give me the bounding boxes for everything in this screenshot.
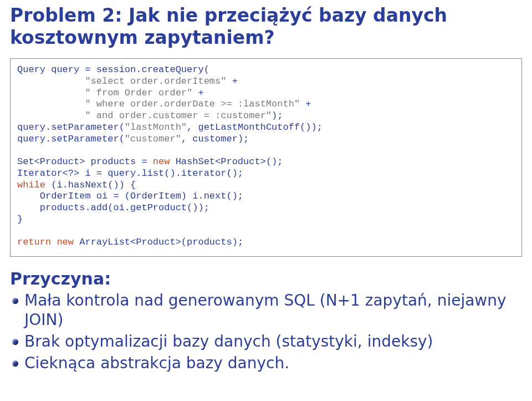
code-text: OrderItem oi = (OrderItem) i.next(); [17, 191, 243, 201]
code-keyword: return [17, 237, 51, 247]
code-text: Iterator<?> i = query.list().iterator(); [17, 168, 243, 179]
code-line: Query query = session.createQuery( [17, 64, 209, 75]
code-text [51, 237, 57, 247]
code-string: " from Order order" [17, 88, 192, 98]
code-text: products.add(oi.getProduct()); [17, 202, 209, 213]
code-string: " and order.customer = :customer" [17, 110, 272, 121]
code-text: + [192, 88, 203, 98]
cause-list: Mała kontrola nad generowanym SQL (N+1 z… [10, 291, 522, 373]
code-string: "lastMonth" [125, 122, 187, 133]
code-text: + [226, 76, 237, 87]
code-text: + [300, 99, 311, 109]
cause-heading: Przyczyna: [10, 269, 522, 288]
list-item: Mała kontrola nad generowanym SQL (N+1 z… [24, 291, 522, 329]
code-text: HashSet<Product>(); [170, 156, 283, 167]
slide-title: Problem 2: Jak nie przeciążyć bazy danyc… [10, 4, 522, 48]
code-text: , customer); [181, 134, 249, 144]
list-item: Cieknąca abstrakcja bazy danych. [24, 353, 522, 373]
code-keyword: new [57, 237, 74, 247]
code-text: query.setParameter( [17, 122, 125, 133]
code-block: Query query = session.createQuery( "sele… [10, 58, 522, 257]
code-text: Set<Product> products = [17, 156, 153, 167]
code-text: } [17, 214, 23, 225]
code-text: , getLastMonthCutoff()); [187, 122, 323, 133]
code-string: " where order.orderDate >= :lastMonth" [17, 99, 300, 109]
list-item: Brak optymalizacji bazy danych (statysty… [24, 332, 522, 351]
code-keyword: while [17, 180, 45, 190]
code-string: "select order.orderItems" [17, 76, 226, 87]
code-text: query.setParameter( [17, 134, 125, 144]
code-string: "customer" [125, 134, 181, 144]
code-keyword: new [153, 156, 170, 167]
code-text: ArrayList<Product>(products); [74, 237, 243, 247]
code-text: ); [272, 110, 283, 121]
code-text: (i.hasNext()) { [45, 180, 136, 190]
